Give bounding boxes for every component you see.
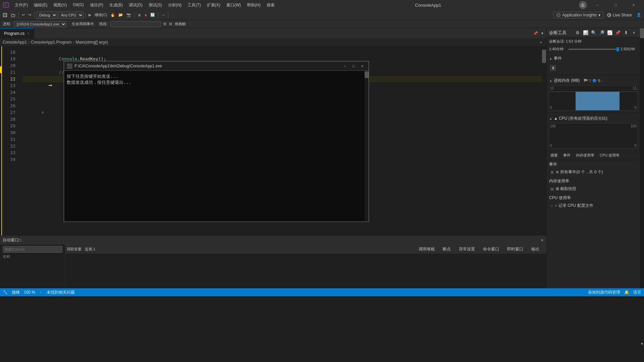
program-cs-tab[interactable]: Program.cs × <box>0 28 34 38</box>
account-btn[interactable]: 👤 <box>635 12 643 18</box>
diag-events-header[interactable]: ▲ 事件 <box>546 54 640 63</box>
menu-extensions[interactable]: 扩展(X) <box>204 2 223 9</box>
breakpoints-tab[interactable]: 断点 <box>440 246 453 253</box>
menu-test[interactable]: 测试(S) <box>146 2 165 9</box>
open-file-btn[interactable]: 📂 <box>117 12 124 18</box>
bottom-panel-close-icon[interactable]: × <box>541 238 543 243</box>
app-insights-button[interactable]: Application Insights ▾ <box>553 12 603 18</box>
diag-pin-btn[interactable]: 📌 <box>614 29 621 36</box>
diag-cpu-header[interactable]: ▲ ▲ CPU (所有处理器的百分比) <box>546 114 640 123</box>
diag-settings-btn[interactable]: ⚙ <box>574 29 581 36</box>
maximize-button[interactable]: □ <box>608 0 623 10</box>
debug-indicator-bar <box>0 46 2 235</box>
diag-snapshot-item[interactable]: ⊞ ⊞ 截取快照 <box>549 185 637 192</box>
auto-search-input[interactable] <box>3 246 62 253</box>
title-bar-left: 文件(F) 编辑(E) 视图(V) Git(G) 项目(P) 生成(B) 调试(… <box>3 2 277 9</box>
diag-time-slider[interactable] <box>569 49 618 50</box>
status-zoom[interactable]: 100 % <box>24 290 35 295</box>
diag-view-btn[interactable]: 📊 <box>582 29 589 36</box>
menu-help[interactable]: 帮助(H) <box>244 2 263 9</box>
pause-btn[interactable]: ⏸ <box>136 12 143 18</box>
diag-all-events-item[interactable]: ⊕ ⊕ 所有事件(0 个，共 0 个) <box>549 169 637 176</box>
auto-window-title: 自动窗口□ <box>3 237 21 243</box>
breadcrumb-method[interactable]: Main(string[] args) <box>75 40 108 45</box>
bottom-panel-body: 名称 局部变量 监视 1 调用堆栈 断点 异常设置 命令窗口 即时窗口 输出 <box>0 245 546 288</box>
menu-tools[interactable]: 工具(T) <box>185 2 203 9</box>
cpu-bot-left: 0 <box>550 144 552 147</box>
status-add-source[interactable]: 添加到源代码管理 <box>588 290 620 295</box>
diag-summary-tab[interactable]: 摘要 <box>549 152 559 159</box>
stop-btn[interactable]: ■ <box>143 12 148 18</box>
diag-undock-btn[interactable]: ⬆ <box>623 29 629 36</box>
breadcrumb-namespace[interactable]: ConsoleApp1.Program <box>31 40 71 45</box>
menu-project[interactable]: 项目(P) <box>87 2 106 9</box>
open-btn[interactable] <box>9 12 17 18</box>
tab-panel-list[interactable]: ▾ <box>540 31 545 36</box>
events-section-title: 事件 <box>554 56 562 61</box>
breadcrumb-project[interactable]: ConsoleApp1 <box>3 40 27 45</box>
call-stack-tab[interactable]: 调用堆栈 <box>416 246 437 253</box>
tab-close-icon[interactable]: × <box>26 31 30 36</box>
diag-cpu-list-header: CPU 使用率 <box>549 195 637 201</box>
diag-search-btn[interactable]: 🔍 <box>590 29 597 36</box>
menu-edit[interactable]: 编辑(E) <box>31 2 50 9</box>
menu-git[interactable]: Git(G) <box>70 2 87 9</box>
diag-memory-tab[interactable]: 内存使用率 <box>575 152 596 159</box>
menu-build[interactable]: 生成(B) <box>107 2 125 9</box>
console-minimize-btn[interactable]: − <box>341 63 348 69</box>
diag-cpu-tab[interactable]: CPU 使用率 <box>598 152 621 159</box>
editor-expand-btn[interactable]: + <box>539 40 543 45</box>
minimize-button[interactable]: − <box>590 0 605 10</box>
process-label: 进程: <box>3 21 11 26</box>
tab-panel-pin[interactable]: 📌 <box>532 31 539 36</box>
diag-events-section: ▲ 事件 ⏸ <box>546 53 640 75</box>
immediate-window-tab[interactable]: 即时窗口 <box>504 246 526 253</box>
diag-close-btn[interactable]: × <box>631 29 637 36</box>
continue-label[interactable]: 继续(C) <box>93 12 108 18</box>
exception-settings-tab[interactable]: 异常设置 <box>456 246 478 253</box>
menu-view[interactable]: 视图(V) <box>51 2 69 9</box>
menu-analyze[interactable]: 分析(N) <box>165 2 184 9</box>
diag-events-tab[interactable]: 事件 <box>562 152 572 159</box>
console-scrollbar[interactable] <box>365 71 369 222</box>
diag-scrollbar[interactable]: ▼ <box>640 28 644 288</box>
menu-file[interactable]: 文件(F) <box>12 2 31 9</box>
debug-config-dropdown[interactable]: Debug <box>36 11 57 19</box>
local-vars-tab[interactable]: 局部变量 <box>67 247 82 252</box>
snapshot-btn[interactable]: 📷 <box>125 12 132 18</box>
editor-area: Program.cs × 📌 ▾ ConsoleApp1 › ConsoleAp… <box>0 28 546 288</box>
diag-record-cpu-item[interactable]: ○ ○ 记录 CPU 配置文件 <box>549 202 637 209</box>
diag-scroll-down[interactable]: ▼ <box>640 342 644 346</box>
watch1-tab[interactable]: 监视 1 <box>85 247 95 252</box>
continue-button[interactable]: ▶ <box>87 12 93 18</box>
console-close-btn[interactable]: × <box>359 63 366 69</box>
close-button[interactable]: × <box>626 0 641 10</box>
cpu-dropdown[interactable]: Any CPU <box>58 11 84 19</box>
user-avatar[interactable]: 志 <box>579 1 587 9</box>
toolbar-sep-4 <box>134 12 135 18</box>
hot-reload-btn[interactable]: 🔥 <box>109 12 116 18</box>
diag-memory-header[interactable]: ▲ 进程内存 (MB) 🏁 ▽ 🔵 专... <box>546 76 640 85</box>
live-share-button[interactable]: Live Share <box>604 12 635 18</box>
editor-vertical-scrollbar[interactable] <box>542 46 546 235</box>
status-problems: 未找到相关问题 <box>47 290 75 295</box>
menu-window[interactable]: 窗口(W) <box>224 2 244 9</box>
thread-input[interactable] <box>110 21 161 27</box>
diag-header-buttons: ⚙ 📊 🔍 🔎 📈 📌 ⬆ × <box>574 29 637 36</box>
process-dropdown[interactable]: [24524] ConsoleApp1.exe <box>14 21 66 27</box>
memory-section-title: 进程内存 (MB) <box>554 78 580 83</box>
output-tab[interactable]: 输出 <box>529 246 542 253</box>
menu-search[interactable]: 搜索 <box>264 2 277 9</box>
restart-btn[interactable]: 🔄 <box>149 12 156 18</box>
undo-btn[interactable]: ↩ <box>20 12 26 18</box>
command-window-tab[interactable]: 命令窗口 <box>480 246 502 253</box>
step-over-btn[interactable]: → <box>160 12 166 18</box>
status-language[interactable]: 语言 <box>633 290 641 295</box>
diag-chart-btn[interactable]: 📈 <box>606 29 613 36</box>
redo-btn[interactable]: ↪ <box>27 12 33 18</box>
new-project-btn[interactable] <box>1 12 9 18</box>
diag-search2-btn[interactable]: 🔎 <box>598 29 605 36</box>
menu-debug[interactable]: 调试(D) <box>126 2 145 9</box>
console-maximize-btn[interactable]: □ <box>350 63 357 69</box>
bottom-main: 局部变量 监视 1 调用堆栈 断点 异常设置 命令窗口 即时窗口 输出 <box>65 245 546 288</box>
